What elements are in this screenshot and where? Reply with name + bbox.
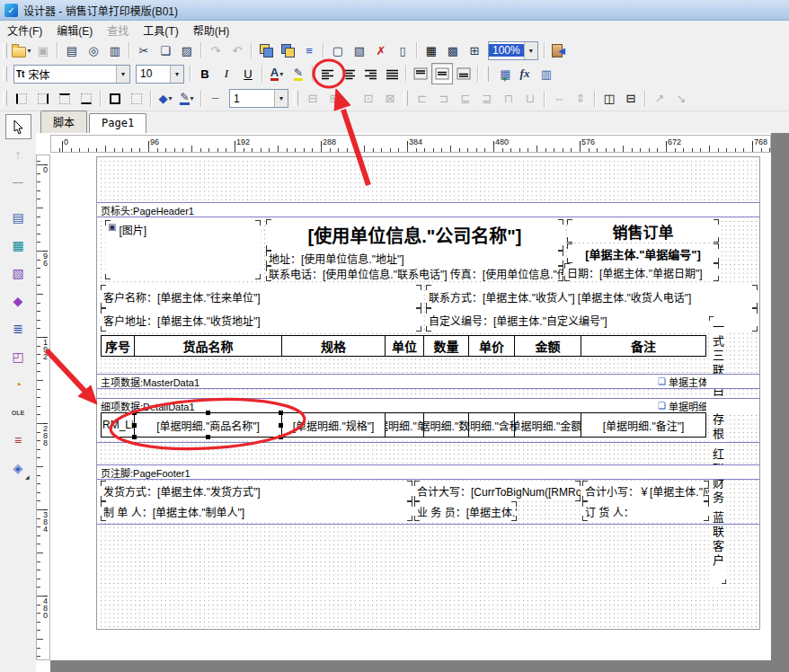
col-header-spec[interactable]: 规格 bbox=[281, 335, 386, 357]
object-list-button[interactable]: ≡ bbox=[298, 40, 320, 61]
menu-help[interactable]: 帮助(H) bbox=[186, 21, 237, 40]
order-no-field[interactable]: [单据主体."单据编号"] bbox=[567, 243, 719, 263]
tab-script[interactable]: 脚本 bbox=[40, 111, 87, 133]
valign-top-button[interactable] bbox=[410, 63, 431, 84]
all-borders-button[interactable] bbox=[104, 88, 126, 110]
valign-bottom-button[interactable] bbox=[453, 63, 474, 84]
customer-name-field[interactable]: 客户名称：[单据主体."往来单位"] bbox=[101, 285, 421, 308]
menu-file[interactable]: 文件(F) bbox=[0, 21, 49, 40]
new-dialog-button[interactable]: ▧ bbox=[349, 40, 370, 61]
border-right-button[interactable] bbox=[32, 88, 54, 110]
band-page-footer[interactable]: 页注脚:PageFooter1 bbox=[97, 464, 759, 479]
richtext-tool[interactable]: ≣ bbox=[5, 316, 31, 341]
selection-handle[interactable] bbox=[279, 435, 283, 439]
no-borders-button[interactable] bbox=[126, 88, 147, 110]
detail-cell-qty[interactable]: [单据明细."数量"] bbox=[423, 412, 469, 438]
ole-tool[interactable]: OLE bbox=[5, 400, 31, 425]
print-preview-button[interactable]: ◎ bbox=[83, 40, 104, 61]
salesman-field[interactable]: 业 务 员：[单据主体."业务员"] bbox=[414, 501, 517, 521]
open-button[interactable]: ▾ bbox=[11, 40, 32, 61]
doc-title-field[interactable]: 销售订单 bbox=[567, 219, 719, 243]
send-to-back-button[interactable] bbox=[277, 40, 298, 61]
align-center-button[interactable] bbox=[338, 63, 359, 84]
detail-cell-price[interactable]: [单据明细."含税价"] bbox=[468, 412, 515, 438]
band-detail-data[interactable]: 细项数据:DetailData1 ❏单据明细 bbox=[97, 398, 759, 412]
align-justify-button[interactable] bbox=[381, 63, 403, 84]
image-tool[interactable]: ▧ bbox=[5, 261, 31, 286]
band-tool[interactable]: ┄┄ bbox=[5, 170, 31, 195]
orderer-field[interactable]: 订 货 人： bbox=[582, 501, 709, 521]
exit-button[interactable]: ◀ bbox=[548, 40, 570, 61]
highlight-color-button[interactable]: ✎ bbox=[288, 63, 309, 84]
border-bottom-button[interactable] bbox=[75, 88, 97, 110]
copy-button[interactable]: ❏ bbox=[155, 40, 176, 61]
selection-handle[interactable] bbox=[206, 411, 210, 415]
shipping-field[interactable]: 发货方式：[单据主体."发货方式"] bbox=[101, 481, 412, 501]
border-left-button[interactable] bbox=[11, 88, 32, 110]
col-header-name[interactable]: 货品名称 bbox=[134, 335, 282, 357]
detail-cell-remark[interactable]: [单据明细."备注"] bbox=[581, 412, 706, 438]
valign-middle-button[interactable] bbox=[431, 63, 453, 84]
chevron-down-icon[interactable]: ▾ bbox=[116, 66, 129, 83]
snap-to-grid-button[interactable]: ▩ bbox=[442, 40, 464, 61]
detail-cell-seq[interactable]: RM_Li bbox=[101, 412, 135, 438]
italic-button[interactable]: I bbox=[216, 63, 237, 84]
total-caps-field[interactable]: 合计大写：[CurrToBigNum([RMRound([单据主体."应收金额"… bbox=[414, 481, 581, 501]
tab-page1[interactable]: Page1 bbox=[89, 113, 146, 133]
col-header-price[interactable]: 单价 bbox=[468, 335, 515, 357]
zoom-select[interactable]: 100% ▾ bbox=[488, 41, 538, 60]
chevron-down-icon[interactable]: ▾ bbox=[274, 90, 288, 107]
font-family-select[interactable]: Tt 宋体 ▾ bbox=[13, 65, 130, 84]
col-header-qty[interactable]: 数量 bbox=[423, 335, 469, 357]
menu-edit[interactable]: 编辑(E) bbox=[49, 21, 100, 40]
total-small-field[interactable]: 合计小写：￥[单据主体."应收金额"] bbox=[582, 481, 709, 501]
new-page-button[interactable]: ▢ bbox=[327, 40, 349, 61]
detail-cell-amount[interactable]: [单据明细."金额"] bbox=[514, 412, 581, 438]
copies-strip-field[interactable]: 一式三联 白联存根 红联财务 蓝联客户 bbox=[709, 316, 726, 584]
selection-handle[interactable] bbox=[279, 423, 283, 428]
selection-handle[interactable] bbox=[132, 435, 137, 439]
cells-button[interactable]: ⊞ bbox=[464, 40, 485, 61]
activex-tool[interactable]: ◈◢ bbox=[5, 455, 31, 481]
label-tool[interactable]: ▤ bbox=[5, 205, 31, 230]
company-name-field[interactable]: [使用单位信息."公司名称"] bbox=[266, 219, 563, 251]
pointer-tool[interactable] bbox=[5, 114, 31, 139]
delete-page-button[interactable]: ✗ bbox=[370, 40, 392, 61]
band-page-header[interactable]: 页标头:PageHeader1 bbox=[97, 202, 759, 217]
col-header-unit[interactable]: 单位 bbox=[385, 335, 424, 357]
align-right-button[interactable] bbox=[359, 63, 381, 84]
col-header-remark[interactable]: 备注 bbox=[581, 335, 706, 357]
field-tool[interactable]: ▦ bbox=[5, 233, 31, 258]
customer-address-field[interactable]: 客户地址：[单据主体."收货地址"] bbox=[101, 308, 421, 332]
shape-tool[interactable]: ◆ bbox=[5, 288, 31, 314]
print-setup-button[interactable]: ▥ bbox=[104, 40, 126, 61]
date-field[interactable]: 日期：[单据主体."单据日期"] bbox=[564, 263, 719, 281]
detail-cell-spec[interactable]: [单据明细."规格"] bbox=[281, 412, 386, 438]
selection-handle[interactable] bbox=[279, 411, 283, 415]
address-field[interactable]: 地址：[使用单位信息."地址"] bbox=[266, 251, 563, 266]
chart-tool[interactable]: ◔ bbox=[5, 372, 31, 397]
phone-fax-field[interactable]: 联系电话：[使用单位信息."联系电话"] 传真：[使用单位信息."传真"] bbox=[266, 266, 563, 281]
underline-button[interactable]: U bbox=[237, 63, 259, 84]
align-left-button[interactable] bbox=[316, 63, 338, 84]
show-grid-button[interactable]: ▦ bbox=[421, 40, 442, 61]
subreport-tool[interactable]: ◰ bbox=[5, 344, 31, 369]
col-header-seq[interactable]: 序号 bbox=[101, 335, 135, 357]
bring-to-front-button[interactable] bbox=[255, 40, 277, 61]
data-dictionary-button[interactable]: ▥ bbox=[536, 63, 557, 84]
selection-handle[interactable] bbox=[132, 411, 137, 415]
fill-color-button[interactable]: ◆▾ bbox=[155, 88, 176, 110]
bold-button[interactable]: B bbox=[194, 63, 216, 84]
blank-page-button[interactable]: ▯ bbox=[392, 40, 413, 61]
col-header-amount[interactable]: 金额 bbox=[514, 335, 581, 357]
border-top-button[interactable] bbox=[54, 88, 75, 110]
chevron-down-icon[interactable]: ▾ bbox=[524, 42, 537, 59]
insert-data-field-button[interactable]: ▦▾ bbox=[492, 63, 514, 84]
selection-handle[interactable] bbox=[132, 423, 137, 428]
custom-no-field[interactable]: 自定义编号：[单据主体."自定义编号"] bbox=[426, 308, 758, 332]
maker-field[interactable]: 制 单 人：[单据主体."制单人"] bbox=[101, 501, 412, 521]
detail-cell-product-name[interactable]: [单据明细."商品名称"] bbox=[134, 412, 282, 438]
band-master-data[interactable]: 主项数据:MasterData1 ❏单据主体 bbox=[97, 374, 759, 388]
line-tool[interactable]: ≡ bbox=[5, 428, 31, 453]
paste-button[interactable]: ▨ bbox=[176, 40, 198, 61]
